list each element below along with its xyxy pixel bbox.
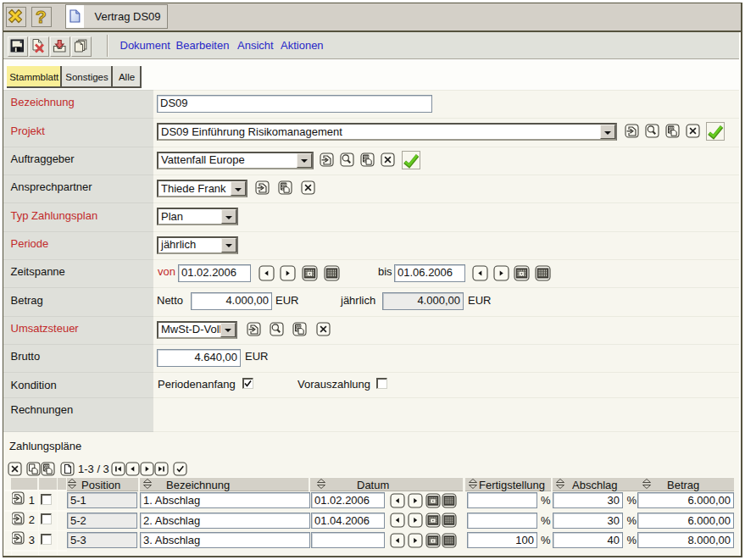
svg-text:?: ? [36, 7, 47, 26]
